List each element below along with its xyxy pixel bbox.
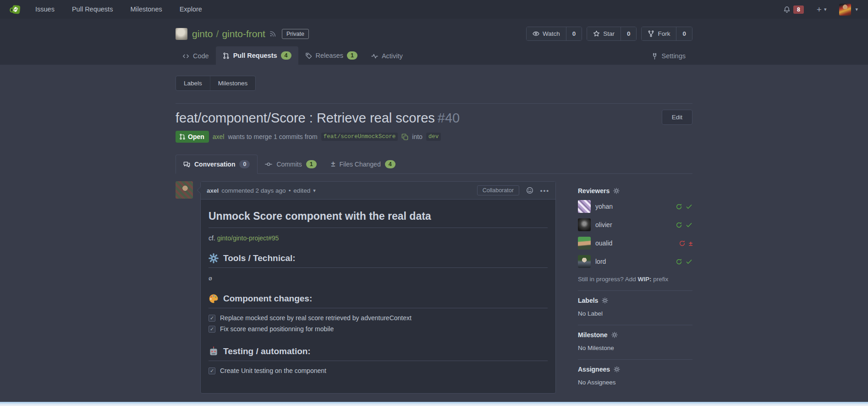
component-checklist: ✓ Replace mocked score by real score ret… bbox=[209, 314, 548, 333]
reviewer-name[interactable]: yohan bbox=[595, 203, 613, 210]
comment-author-link[interactable]: axel bbox=[207, 187, 219, 194]
reviewer-row: lord bbox=[578, 255, 692, 268]
collaborator-badge: Collaborator bbox=[477, 185, 519, 195]
repo-name-link[interactable]: ginto-front bbox=[222, 28, 265, 39]
code-icon bbox=[182, 53, 189, 60]
no-assignees-text: No Assignees bbox=[578, 379, 692, 386]
reference-line: cf. ginto/ginto-project#95 bbox=[209, 234, 548, 242]
reviewer-row: olivier bbox=[578, 218, 692, 231]
gitea-logo-icon[interactable] bbox=[9, 3, 22, 16]
re-request-review-icon[interactable] bbox=[679, 240, 686, 247]
re-request-review-icon[interactable] bbox=[676, 258, 682, 265]
approved-check-icon bbox=[686, 258, 692, 265]
reviewer-name[interactable]: oualid bbox=[595, 239, 612, 247]
navbar-item-explore[interactable]: Explore bbox=[171, 0, 211, 19]
milestone-title: Milestone bbox=[578, 331, 692, 339]
emoji-reaction-icon[interactable] bbox=[526, 187, 533, 194]
tab-activity[interactable]: Activity bbox=[364, 47, 410, 65]
edited-label[interactable]: edited bbox=[293, 187, 310, 194]
gear-icon[interactable] bbox=[613, 188, 620, 194]
reviewer-avatar[interactable] bbox=[578, 200, 591, 213]
pr-meta-row: Open axel wants to merge 1 commits from … bbox=[176, 131, 692, 143]
comment-actions-icon[interactable]: ••• bbox=[540, 187, 549, 194]
tab-code[interactable]: Code bbox=[176, 47, 216, 65]
chevron-down-icon[interactable]: ▾ bbox=[313, 188, 316, 194]
commits-count-badge: 1 bbox=[306, 160, 317, 168]
navbar-item-issues[interactable]: Issues bbox=[27, 0, 63, 19]
copy-branch-icon[interactable] bbox=[401, 133, 408, 140]
rss-icon[interactable] bbox=[269, 30, 276, 37]
issue-reference-link[interactable]: ginto/ginto-project#95 bbox=[217, 234, 279, 242]
milestones-button[interactable]: Milestones bbox=[210, 76, 256, 90]
re-request-review-icon[interactable] bbox=[676, 203, 682, 210]
tab-conversation[interactable]: Conversation 0 bbox=[176, 155, 258, 174]
reviewer-row: yohan bbox=[578, 200, 692, 213]
navbar-item-pull-requests[interactable]: Pull Requests bbox=[63, 0, 121, 19]
base-branch-label[interactable]: dev bbox=[426, 133, 441, 141]
fork-button[interactable]: Fork bbox=[642, 27, 676, 40]
chevron-down-icon: ▾ bbox=[824, 6, 827, 12]
reviewer-avatar[interactable] bbox=[578, 218, 591, 231]
pr-title: feat/component/Score : Retrieve real sco… bbox=[176, 111, 692, 126]
conversation-count-badge: 0 bbox=[239, 160, 250, 168]
comment-meta: commented 2 days ago bbox=[221, 187, 286, 194]
comment-author-avatar[interactable] bbox=[176, 181, 193, 199]
fork-count[interactable]: 0 bbox=[676, 27, 692, 40]
reviewer-name[interactable]: olivier bbox=[595, 221, 612, 228]
testing-checklist: ✓ Create Unit testing on the component bbox=[209, 367, 548, 374]
tab-files-changed[interactable]: ± Files Changed 4 bbox=[324, 155, 403, 174]
plus-icon: + bbox=[817, 5, 822, 15]
reviewer-avatar[interactable] bbox=[578, 255, 591, 268]
gear-icon[interactable] bbox=[611, 332, 618, 338]
diff-icon: ± bbox=[331, 161, 335, 168]
repo-owner-link[interactable]: ginto bbox=[192, 28, 213, 39]
milestone-section: Milestone No Milestone bbox=[578, 325, 692, 360]
checklist-item: ✓ Create Unit testing on the component bbox=[209, 367, 548, 374]
edit-button[interactable]: Edit bbox=[662, 110, 692, 125]
no-milestone-text: No Milestone bbox=[578, 345, 692, 351]
checkbox-checked[interactable]: ✓ bbox=[209, 367, 215, 374]
comment-card: axel commented 2 days ago • edited ▾ Col… bbox=[200, 181, 556, 394]
tab-commits[interactable]: Commits 1 bbox=[258, 155, 324, 174]
re-request-review-icon[interactable] bbox=[676, 222, 682, 228]
checkbox-checked[interactable]: ✓ bbox=[209, 326, 215, 333]
pr-author-link[interactable]: axel bbox=[213, 133, 225, 140]
tab-releases[interactable]: Releases 1 bbox=[298, 46, 364, 65]
user-menu-dropdown[interactable]: ▾ bbox=[839, 4, 858, 16]
robot-emoji-icon bbox=[209, 346, 219, 356]
chevron-down-icon: ▾ bbox=[855, 6, 858, 12]
checkbox-checked[interactable]: ✓ bbox=[209, 315, 215, 322]
repo-actions: Watch 0 Star 0 bbox=[526, 27, 692, 41]
no-label-text: No Label bbox=[578, 310, 692, 317]
head-branch-label[interactable]: feat/scoreUnmockScore bbox=[321, 133, 398, 141]
pr-title-section: feat/component/Score : Retrieve real sco… bbox=[176, 103, 692, 143]
star-count[interactable]: 0 bbox=[621, 27, 637, 40]
watch-button[interactable]: Watch bbox=[527, 27, 566, 40]
private-badge: Private bbox=[282, 29, 309, 39]
changes-requested-icon: ± bbox=[689, 240, 692, 247]
navbar-item-milestones[interactable]: Milestones bbox=[121, 0, 170, 19]
tag-icon bbox=[305, 52, 312, 59]
reviewer-avatar[interactable] bbox=[578, 237, 591, 250]
pr-tabs: Conversation 0 Commits 1 ± Files Changed… bbox=[176, 155, 692, 174]
watch-count[interactable]: 0 bbox=[566, 27, 582, 40]
notifications-link[interactable]: 8 bbox=[783, 6, 804, 14]
checklist-item: ✓ Replace mocked score by real score ret… bbox=[209, 314, 548, 322]
comment-title: Unmock Score component with the real dat… bbox=[209, 210, 548, 228]
gear-icon[interactable] bbox=[614, 366, 620, 373]
tab-pull-requests[interactable]: Pull Requests 4 bbox=[216, 46, 298, 65]
gear-icon[interactable] bbox=[602, 297, 608, 304]
dot-separator: • bbox=[289, 187, 291, 194]
notification-count-badge[interactable]: 8 bbox=[793, 6, 804, 14]
reviewer-name[interactable]: lord bbox=[595, 258, 606, 265]
star-button[interactable]: Star bbox=[587, 27, 621, 40]
eye-icon bbox=[533, 30, 539, 37]
star-icon bbox=[593, 30, 600, 37]
labels-button[interactable]: Labels bbox=[176, 76, 210, 90]
reviewers-section: Reviewers yohan bbox=[578, 181, 692, 291]
tab-settings[interactable]: Settings bbox=[644, 47, 692, 65]
pr-sidebar: Reviewers yohan bbox=[578, 181, 692, 394]
pull-request-icon bbox=[179, 133, 186, 140]
create-new-dropdown[interactable]: + ▾ bbox=[817, 5, 827, 15]
component-changes-heading: Component changes: bbox=[209, 294, 548, 308]
